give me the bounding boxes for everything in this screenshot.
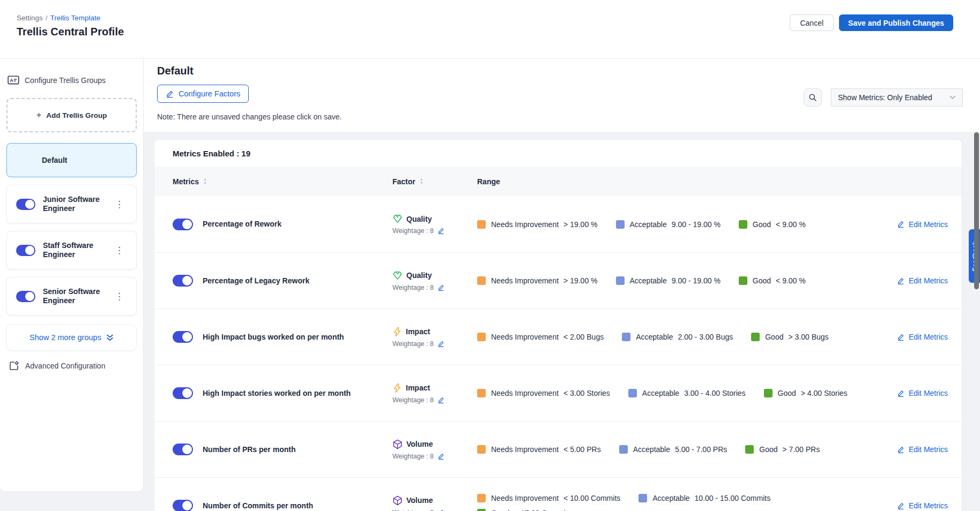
group-card[interactable]: Staff Software Engineer ⋮	[6, 231, 137, 269]
range-value: > 4.00 Stories	[801, 389, 848, 397]
range-label: Needs Improvement	[491, 494, 559, 502]
toggle-knob	[182, 276, 192, 285]
range-color-swatch	[739, 220, 747, 229]
toggle-knob	[182, 501, 192, 510]
add-trellis-group-label: Add Trellis Group	[46, 111, 107, 119]
metric-name: Percentage of Rework	[203, 219, 281, 229]
edit-weightage-icon[interactable]	[437, 227, 444, 235]
range-cell: Needs Improvement> 19.00 %Acceptable9.00…	[477, 220, 867, 229]
unsaved-changes-note: Note: There are unsaved changes please c…	[157, 112, 342, 121]
range-color-swatch	[477, 509, 486, 511]
edit-pencil-icon	[897, 220, 904, 228]
toggle-knob	[182, 220, 192, 229]
edit-metrics-label: Edit Metrics	[909, 501, 948, 510]
show-more-groups-button[interactable]: Show 2 more groups	[6, 324, 137, 351]
badge-card-icon: A	[8, 75, 19, 85]
toggle-knob	[25, 246, 34, 255]
vertical-scrollbar-thumb[interactable]	[974, 132, 979, 289]
range-color-swatch	[622, 333, 630, 341]
edit-weightage-icon[interactable]	[437, 284, 444, 291]
column-header-factor[interactable]: Factor ▲▼	[392, 177, 477, 186]
range-label: Good	[765, 333, 783, 341]
range-label: Good	[753, 276, 771, 285]
advanced-configuration-link[interactable]: Advanced Configuration	[9, 360, 137, 371]
range-color-swatch	[764, 389, 773, 397]
edit-metrics-link[interactable]: Edit Metrics	[897, 276, 948, 285]
save-publish-button[interactable]: Save and Publish Changes	[839, 14, 953, 31]
edit-metrics-link[interactable]: Edit Metrics	[897, 220, 948, 229]
edit-weightage-icon[interactable]	[437, 340, 444, 348]
sort-icon[interactable]: ▲▼	[420, 178, 424, 185]
metric-name: High Impact bugs worked on per month	[203, 332, 344, 342]
group-card[interactable]: Junior Software Engineer ⋮	[6, 185, 137, 223]
range-badge: Good< 9.00 %	[739, 220, 806, 229]
add-trellis-group-button[interactable]: + Add Trellis Group	[6, 98, 137, 132]
metric-name: Number of Commits per month	[203, 501, 313, 510]
breadcrumb-separator: /	[46, 14, 48, 22]
group-card[interactable]: Senior Software Engineer ⋮	[6, 277, 137, 315]
range-color-swatch	[739, 276, 747, 285]
sort-icon[interactable]: ▲▼	[203, 178, 207, 185]
range-value: > 3.00 Bugs	[788, 333, 828, 341]
group-list: Junior Software Engineer ⋮ Staff Softwar…	[6, 185, 137, 315]
range-value: < 9.00 %	[776, 220, 806, 229]
search-icon	[808, 93, 817, 102]
range-cell: Needs Improvement< 10.00 CommitsAcceptab…	[477, 494, 799, 511]
factor-cell: Volume Weightage : 8	[392, 439, 477, 460]
group-enabled-toggle[interactable]	[16, 291, 35, 302]
metric-enabled-toggle[interactable]	[173, 500, 193, 511]
edit-metrics-link[interactable]: Edit Metrics	[897, 333, 948, 341]
edit-weightage-icon[interactable]	[437, 453, 444, 460]
edit-metrics-link[interactable]: Edit Metrics	[897, 501, 948, 510]
range-value: < 9.00 %	[776, 276, 806, 285]
range-value: 9.00 - 19.00 %	[672, 220, 721, 229]
edit-metrics-link[interactable]: Edit Metrics	[897, 445, 948, 454]
range-color-swatch	[616, 220, 625, 229]
metric-row: Number of Commits per month Volume Weigh…	[154, 477, 962, 511]
search-button[interactable]	[804, 88, 822, 107]
range-value: < 2.00 Bugs	[563, 333, 604, 341]
group-name: Default	[42, 156, 67, 164]
metric-enabled-toggle[interactable]	[173, 444, 193, 455]
configure-factors-button[interactable]: Configure Factors	[157, 85, 249, 103]
metric-enabled-toggle[interactable]	[173, 219, 193, 230]
breadcrumb-trellis-template[interactable]: Trellis Template	[50, 14, 101, 22]
column-header-metrics[interactable]: Metrics ▲▼	[173, 177, 392, 186]
metric-enabled-toggle[interactable]	[173, 387, 193, 399]
range-badge: Good< 9.00 %	[739, 276, 806, 285]
breadcrumb-settings[interactable]: Settings	[17, 14, 43, 22]
group-header-section: Default Configure Factors Note: There ar…	[144, 59, 980, 132]
table-header-row: Metrics ▲▼ Factor ▲▼ Range	[154, 167, 962, 196]
metric-cell: Percentage of Rework	[173, 219, 392, 230]
factor-name: Impact	[406, 327, 430, 336]
range-value: 9.00 - 19.00 %	[672, 276, 721, 285]
cancel-button[interactable]: Cancel	[790, 14, 834, 31]
range-value: < 5.00 PRs	[563, 445, 601, 454]
volume-cube-icon	[392, 495, 403, 506]
metric-row: Number of PRs per month Volume Weightage…	[154, 421, 962, 477]
kebab-menu-icon[interactable]: ⋮	[112, 244, 127, 257]
kebab-menu-icon[interactable]: ⋮	[112, 198, 127, 211]
range-cell: Needs Improvement> 19.00 %Acceptable9.00…	[477, 276, 867, 285]
double-chevron-down-icon	[106, 334, 114, 341]
group-card-default[interactable]: Default	[6, 143, 137, 177]
page-title: Trellis Central Profile	[17, 26, 124, 38]
toggle-knob	[25, 200, 34, 209]
metric-enabled-toggle[interactable]	[173, 275, 193, 287]
range-label: Good	[491, 509, 509, 511]
kebab-menu-icon[interactable]: ⋮	[112, 290, 127, 303]
range-label: Needs Improvement	[491, 276, 559, 285]
factor-name: Impact	[406, 384, 430, 392]
range-label: Acceptable	[636, 333, 673, 341]
edit-metrics-label: Edit Metrics	[909, 276, 948, 285]
group-enabled-toggle[interactable]	[16, 199, 35, 210]
top-header: Settings/Trellis Template Trellis Centra…	[0, 0, 980, 59]
show-metrics-dropdown[interactable]: Show Metrics: Only Enabled	[831, 88, 963, 107]
edit-metrics-link[interactable]: Edit Metrics	[897, 389, 948, 397]
metrics-table-card: Metrics Enabled : 19 Metrics ▲▼ Factor ▲…	[154, 139, 962, 511]
edit-weightage-icon[interactable]	[437, 396, 444, 404]
metric-enabled-toggle[interactable]	[173, 331, 193, 343]
range-badge: Needs Improvement< 10.00 Commits	[477, 494, 620, 502]
group-enabled-toggle[interactable]	[16, 245, 35, 256]
edit-weightage-icon[interactable]	[437, 509, 444, 511]
